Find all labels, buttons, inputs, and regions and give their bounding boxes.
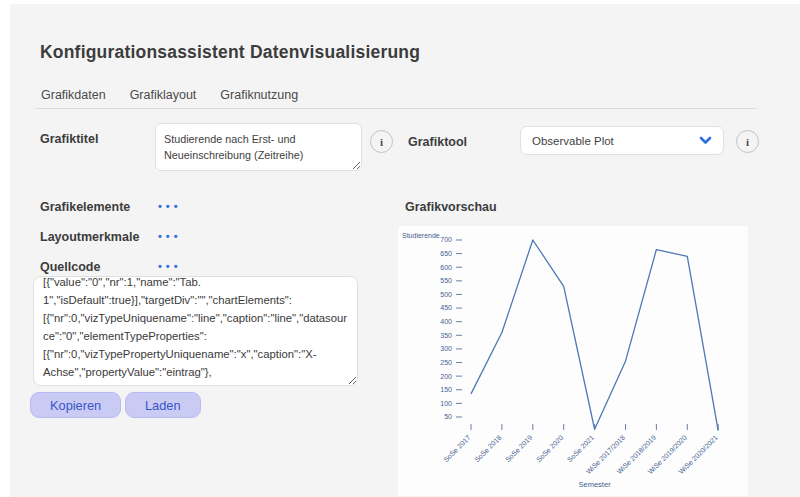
main-panel: Konfigurationsassistent Datenvisualisier… [10, 4, 800, 497]
laden-button[interactable]: Laden [125, 392, 201, 418]
quellcode-expander[interactable]: ••• [158, 260, 182, 272]
line-chart: Studierende50100150200250300350400450500… [398, 226, 748, 496]
grafikvorschau-chart-panel: Studierende50100150200250300350400450500… [398, 226, 748, 496]
layoutmerkmale-label: Layoutmerkmale [40, 230, 139, 244]
svg-text:SoSe 2018: SoSe 2018 [473, 434, 503, 464]
tab-divider [35, 108, 757, 109]
page-title: Konfigurationsassistent Datenvisualisier… [40, 42, 420, 63]
svg-text:150: 150 [440, 386, 452, 393]
layoutmerkmale-expander[interactable]: ••• [158, 230, 182, 242]
svg-text:Semester: Semester [579, 480, 612, 489]
chevron-down-icon [699, 136, 712, 145]
grafiktool-select[interactable]: Observable Plot [520, 126, 724, 155]
svg-text:600: 600 [440, 264, 452, 271]
svg-text:100: 100 [440, 400, 452, 407]
grafiktool-label: Grafiktool [408, 135, 467, 149]
svg-text:SoSe 2020: SoSe 2020 [535, 434, 565, 464]
grafiktool-info-icon[interactable]: i [736, 130, 759, 153]
svg-text:450: 450 [440, 304, 452, 311]
quellcode-textarea[interactable]: [{"value":"0","nr":1,"name":"Tab. 1","is… [33, 276, 358, 386]
grafiktitel-textarea[interactable]: Studierende nach Erst- und Neueinschreib… [155, 123, 362, 171]
tab-grafikdaten[interactable]: Grafikdaten [41, 88, 106, 102]
grafiktitel-info-icon[interactable]: i [370, 130, 393, 153]
svg-text:400: 400 [440, 318, 452, 325]
svg-text:200: 200 [440, 373, 452, 380]
app-window: Konfigurationsassistent Datenvisualisier… [0, 0, 800, 497]
tab-grafiklayout[interactable]: Grafiklayout [130, 88, 197, 102]
kopieren-button[interactable]: Kopieren [30, 392, 121, 418]
svg-text:300: 300 [440, 345, 452, 352]
svg-text:Studierende: Studierende [402, 232, 440, 239]
svg-text:550: 550 [440, 277, 452, 284]
grafiktitel-label: Grafiktitel [40, 132, 98, 146]
tab-bar: Grafikdaten Grafiklayout Grafiknutzung [41, 88, 298, 102]
svg-text:350: 350 [440, 332, 452, 339]
tab-grafiknutzung[interactable]: Grafiknutzung [220, 88, 298, 102]
svg-text:50: 50 [444, 413, 452, 420]
grafikvorschau-heading: Grafikvorschau [405, 200, 497, 214]
svg-text:500: 500 [440, 291, 452, 298]
grafikelemente-expander[interactable]: ••• [158, 200, 182, 212]
svg-text:700: 700 [440, 236, 452, 243]
quellcode-label: Quellcode [40, 260, 100, 274]
svg-text:SoSe 2019: SoSe 2019 [504, 434, 534, 464]
svg-text:250: 250 [440, 359, 452, 366]
grafikelemente-label: Grafikelemente [40, 200, 130, 214]
svg-text:650: 650 [440, 250, 452, 257]
grafiktool-selected-value: Observable Plot [532, 135, 614, 147]
svg-text:SoSe 2021: SoSe 2021 [566, 434, 596, 464]
svg-text:SoSe 2017: SoSe 2017 [442, 434, 472, 464]
